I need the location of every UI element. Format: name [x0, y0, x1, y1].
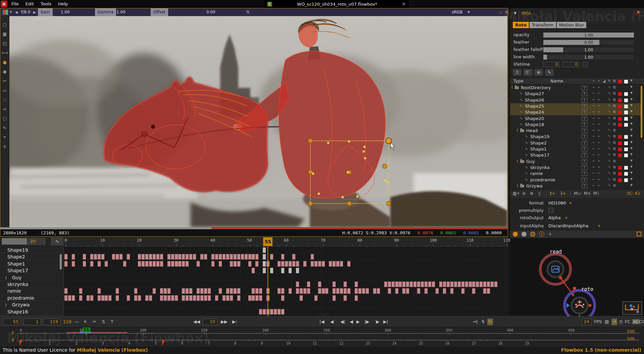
row-dropdown-icon[interactable]: ▼ — [630, 153, 633, 156]
corner-pin-tool-icon[interactable]: ◰ — [0, 39, 9, 48]
keyframe[interactable] — [171, 295, 174, 301]
dopesheet-name-Guy[interactable]: ❙Guy — [0, 274, 60, 281]
expand-tool-icon[interactable]: ⟷ — [0, 48, 9, 57]
dopesheet-name-Shape16[interactable]: Shape16 — [0, 308, 60, 315]
row-layers-icon[interactable]: ⧉ — [613, 122, 616, 126]
row-dropdown-icon[interactable]: ▼ — [630, 128, 633, 131]
row-edit-icon[interactable]: ✎ — [608, 91, 611, 96]
roto-node[interactable]: roto — [564, 286, 595, 316]
keyframe[interactable] — [112, 254, 115, 259]
play-to-end-icon[interactable]: →| — [473, 318, 478, 325]
keyframe[interactable] — [333, 261, 336, 267]
rotooutput-select[interactable]: Alpha — [548, 215, 561, 220]
keyframe[interactable] — [116, 295, 119, 301]
dopesheet-name-Shape17[interactable]: Shape17 — [0, 267, 60, 274]
row-mask-color[interactable] — [618, 92, 622, 96]
step-back-fast-icon[interactable]: ◀◀ — [193, 318, 200, 325]
row-keyframe-icon[interactable]: • — [598, 110, 600, 114]
row-dropdown-icon[interactable]: ▼ — [630, 165, 633, 168]
folder-expand-bar[interactable]: ❙ — [516, 184, 519, 187]
orange-node-icon[interactable] — [513, 232, 518, 237]
folder-expand-bar[interactable]: ❙ — [516, 128, 519, 132]
keyframe[interactable] — [123, 261, 126, 267]
playhead-marker[interactable]: 55 — [263, 237, 273, 246]
folder-expand-bar[interactable]: ❙ — [516, 159, 519, 163]
row-matte-color[interactable] — [624, 117, 628, 121]
row-layers-icon[interactable]: ⧉ — [613, 98, 616, 102]
ac-toggle[interactable]: AC — [632, 319, 640, 324]
keyframe[interactable] — [142, 261, 145, 267]
keyframe[interactable] — [406, 288, 409, 294]
row-animation-icon[interactable]: ∼ — [592, 91, 595, 96]
keyframe-row-ramie[interactable] — [64, 288, 509, 294]
keyframe[interactable] — [292, 254, 295, 259]
menu-tools[interactable]: Tools — [37, 0, 55, 8]
keyframe[interactable] — [105, 295, 108, 301]
keyframe[interactable] — [145, 295, 148, 301]
keyframe[interactable] — [197, 295, 200, 301]
colorspace-dropdown-icon[interactable]: ▼ — [467, 8, 470, 16]
keyframe[interactable] — [215, 254, 218, 259]
menu-help[interactable]: Help — [55, 0, 71, 8]
keyframe[interactable] — [278, 288, 281, 294]
keyframe[interactable] — [153, 254, 156, 259]
keyframe-selected[interactable] — [263, 261, 266, 267]
keyframe-selected[interactable] — [296, 268, 299, 273]
tree-row-skrzynka[interactable]: ∿skrzynkaT∼•✎⧉▼ — [510, 165, 642, 171]
cc-toggle[interactable]: CC — [639, 319, 644, 324]
keyframe[interactable] — [222, 295, 226, 301]
keyframe[interactable] — [355, 288, 358, 294]
tree-scrollbar[interactable] — [641, 86, 642, 138]
keyframe[interactable] — [344, 295, 347, 301]
row-dropdown-icon[interactable]: ▼ — [630, 177, 633, 181]
matte-mode-2-icon[interactable]: M× — [584, 191, 591, 196]
keyframe[interactable] — [234, 254, 237, 259]
keyframe[interactable] — [491, 282, 494, 287]
row-edit-icon[interactable]: ✎ — [608, 153, 611, 157]
keyframe[interactable] — [255, 254, 258, 259]
keyframe[interactable] — [377, 288, 380, 294]
transform-toggle[interactable]: T — [582, 128, 587, 133]
dopesheet-name-Shape1[interactable]: Shape1 — [0, 260, 60, 267]
keyframe[interactable] — [487, 288, 490, 294]
tree-row-Shape25[interactable]: ∿Shape25T∼•✎⧉▼ — [510, 103, 642, 109]
keyframe[interactable] — [303, 261, 306, 267]
row-animation-icon[interactable]: ∼ — [592, 110, 595, 114]
node-graph-minimap[interactable] — [623, 301, 642, 315]
node-graph-panel[interactable]: read roto — [510, 238, 644, 316]
offset-value[interactable]: 0.00 — [206, 8, 215, 16]
keyframe[interactable] — [182, 288, 185, 294]
keyframe[interactable] — [226, 288, 229, 294]
keyframe[interactable] — [245, 254, 248, 259]
keyframe[interactable] — [395, 288, 398, 294]
transform-toggle[interactable]: T — [582, 110, 587, 115]
cut-range-icon[interactable]: ✂ — [93, 318, 96, 325]
aperture-prev-icon[interactable]: ◀ — [15, 8, 18, 16]
keyframe[interactable] — [171, 254, 174, 259]
move-range-icon[interactable]: ✛ — [83, 318, 87, 325]
keyframe[interactable] — [410, 282, 413, 287]
keyframe[interactable] — [237, 295, 240, 301]
keyframe[interactable] — [494, 282, 497, 287]
keyframe[interactable] — [219, 288, 222, 294]
splitter-bottom[interactable]: ˆ ⋯ ˇ — [319, 313, 329, 316]
row-matte-color[interactable] — [624, 135, 628, 139]
keyframe[interactable] — [189, 295, 192, 301]
keyframe[interactable] — [142, 254, 145, 259]
keyframe[interactable] — [105, 261, 108, 267]
keyframe[interactable] — [340, 261, 343, 267]
delete-button[interactable]: ⊗ — [534, 69, 543, 76]
row-keyframe-icon[interactable]: • — [598, 122, 600, 126]
row-edit-icon[interactable]: ✎ — [608, 104, 611, 108]
row-edit-icon[interactable]: ✎ — [608, 159, 611, 163]
keyframe[interactable] — [222, 254, 226, 259]
tree-row-Grzywa[interactable]: ❙GrzywaT∼•✎⧉▼ — [510, 183, 642, 189]
keyframe[interactable] — [167, 288, 170, 294]
transform-toggle[interactable]: T — [582, 147, 587, 152]
keyframe[interactable] — [87, 295, 90, 301]
lifetime-end-field[interactable]: 0 — [562, 62, 579, 67]
row-animation-icon[interactable]: ∼ — [592, 177, 595, 182]
tree-row-przedramie[interactable]: ∿przedramieT∼•✎⧉▼ — [510, 177, 642, 183]
keyframe[interactable] — [255, 295, 258, 301]
keyframe[interactable] — [90, 295, 93, 301]
